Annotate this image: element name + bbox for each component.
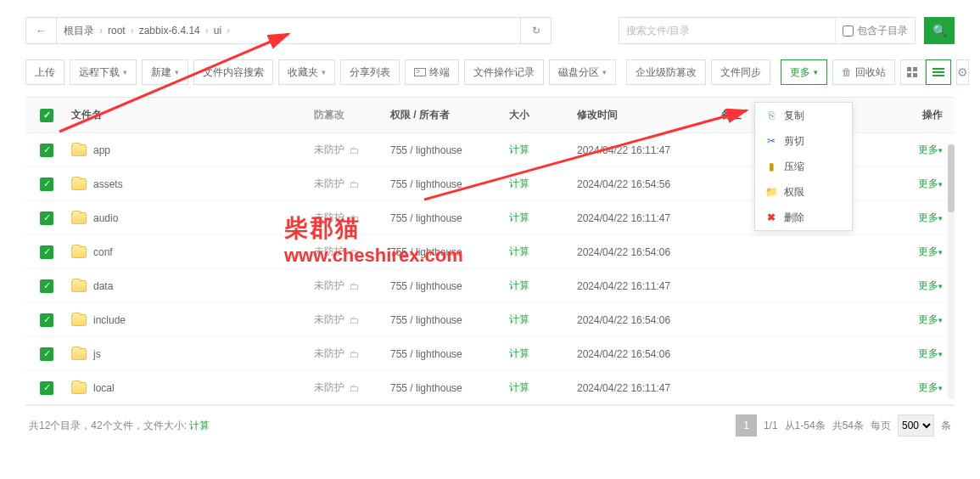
grid-view-button[interactable] xyxy=(900,59,926,85)
chevron-right-icon: › xyxy=(227,25,230,37)
list-view-button[interactable] xyxy=(926,59,951,85)
calc-size-link[interactable]: 计算 xyxy=(509,381,529,393)
row-more-button[interactable]: 更多▾ xyxy=(918,178,943,189)
bc-root[interactable]: 根目录 xyxy=(64,24,94,38)
calc-size-link[interactable]: 计算 xyxy=(509,211,529,223)
table-row[interactable]: ✓local未防护🗀755 / lighthouse计算2024/04/22 1… xyxy=(25,371,955,405)
op-log-button[interactable]: 文件操作记录 xyxy=(464,59,544,85)
calc-size-link[interactable]: 计算 xyxy=(509,178,529,189)
calc-size-link[interactable]: 计算 xyxy=(189,420,210,431)
row-checkbox[interactable]: ✓ xyxy=(40,178,53,191)
search-button[interactable]: 🔍 xyxy=(924,17,955,44)
row-more-button[interactable]: 更多▾ xyxy=(918,313,943,325)
remote-download-button[interactable]: 远程下载▾ xyxy=(70,59,137,85)
dd-delete[interactable]: ✖删除 xyxy=(755,205,852,230)
calc-size-link[interactable]: 计算 xyxy=(509,245,529,257)
col-name[interactable]: 文件名 xyxy=(68,108,314,122)
col-tamper[interactable]: 防篡改 xyxy=(314,108,390,122)
terminal-icon xyxy=(414,68,426,76)
per-page-select[interactable]: 500 xyxy=(898,414,934,437)
col-size[interactable]: 大小 xyxy=(509,108,577,122)
caret-down-icon: ▾ xyxy=(938,214,943,223)
share-list-button[interactable]: 分享列表 xyxy=(340,59,400,85)
open-folder-icon[interactable]: 🗀 xyxy=(350,212,360,224)
settings-button[interactable]: ⚙ xyxy=(956,59,969,85)
caret-down-icon: ▾ xyxy=(938,350,943,358)
row-checkbox[interactable]: ✓ xyxy=(40,347,53,361)
file-name[interactable]: data xyxy=(93,280,113,292)
open-folder-icon[interactable]: 🗀 xyxy=(350,348,360,360)
upload-button[interactable]: 上传 xyxy=(25,59,64,85)
select-all-checkbox[interactable]: ✓ xyxy=(40,109,53,122)
mtime: 2024/04/22 16:11:47 xyxy=(577,382,721,394)
mtime: 2024/04/22 16:11:47 xyxy=(577,144,721,156)
search-input[interactable] xyxy=(619,25,835,37)
file-name[interactable]: app xyxy=(93,144,110,156)
row-checkbox[interactable]: ✓ xyxy=(40,313,53,327)
table-row[interactable]: ✓include未防护🗀755 / lighthouse计算2024/04/22… xyxy=(25,303,955,337)
content-search-button[interactable]: 文件内容搜索 xyxy=(193,59,273,85)
file-name[interactable]: audio xyxy=(93,212,118,224)
table-row[interactable]: ✓js未防护🗀755 / lighthouse计算2024/04/22 16:5… xyxy=(25,337,955,371)
open-folder-icon[interactable]: 🗀 xyxy=(350,314,360,326)
bc-part[interactable]: root xyxy=(108,25,126,37)
file-name[interactable]: assets xyxy=(93,178,123,190)
calc-size-link[interactable]: 计算 xyxy=(509,347,529,359)
dd-cut[interactable]: ✂剪切 xyxy=(755,128,852,154)
dd-compress[interactable]: ▮压缩 xyxy=(755,154,852,179)
calc-size-link[interactable]: 计算 xyxy=(509,144,529,155)
col-perm[interactable]: 权限 / 所有者 xyxy=(390,108,509,122)
recycle-bin-button[interactable]: 🗑回收站 xyxy=(832,59,895,85)
breadcrumb-path[interactable]: 根目录 › root › zabbix-6.4.14 › ui › xyxy=(57,24,520,38)
caret-down-icon: ▾ xyxy=(938,248,943,256)
tamper-status: 未防护 xyxy=(314,313,344,327)
row-more-button[interactable]: 更多▾ xyxy=(918,381,943,393)
include-subdir-option[interactable]: 包含子目录 xyxy=(835,18,915,43)
dd-perm[interactable]: 📁权限 xyxy=(755,179,852,205)
open-folder-icon[interactable]: 🗀 xyxy=(350,178,360,190)
open-folder-icon[interactable]: 🗀 xyxy=(350,280,360,292)
table-row[interactable]: ✓data未防护🗀755 / lighthouse计算2024/04/22 16… xyxy=(25,269,955,303)
row-checkbox[interactable]: ✓ xyxy=(40,381,53,395)
open-folder-icon[interactable]: 🗀 xyxy=(350,144,360,156)
page-current[interactable]: 1 xyxy=(736,414,757,437)
more-button[interactable]: 更多▾ xyxy=(781,59,827,85)
caret-down-icon: ▾ xyxy=(938,146,943,155)
row-more-button[interactable]: 更多▾ xyxy=(918,279,943,291)
new-button[interactable]: 新建▾ xyxy=(142,59,188,85)
terminal-button[interactable]: 终端 xyxy=(405,59,459,85)
bc-part[interactable]: zabbix-6.4.14 xyxy=(139,25,200,37)
calc-size-link[interactable]: 计算 xyxy=(509,279,529,291)
file-name[interactable]: conf xyxy=(93,246,113,258)
table-row[interactable]: ✓conf未防护🗀755 / lighthouse计算2024/04/22 16… xyxy=(25,235,955,269)
enterprise-tamper-button[interactable]: 企业级防篡改 xyxy=(626,59,706,85)
refresh-button[interactable]: ↻ xyxy=(520,18,551,43)
col-mtime[interactable]: 修改时间 xyxy=(577,108,721,122)
row-checkbox[interactable]: ✓ xyxy=(40,211,53,225)
file-name[interactable]: local xyxy=(93,382,115,394)
disk-partition-button[interactable]: 磁盘分区▾ xyxy=(549,59,616,85)
open-folder-icon[interactable]: 🗀 xyxy=(350,246,360,258)
favorites-button[interactable]: 收藏夹▾ xyxy=(278,59,335,85)
file-sync-button[interactable]: 文件同步 xyxy=(711,59,770,85)
row-checkbox[interactable]: ✓ xyxy=(40,245,53,259)
scrollbar[interactable] xyxy=(948,144,955,399)
footer-summary: 共12个目录，42个文件，文件大小: 计算 xyxy=(29,419,210,433)
bc-part[interactable]: ui xyxy=(214,25,221,37)
breadcrumb: ← 根目录 › root › zabbix-6.4.14 › ui › ↻ xyxy=(25,17,552,44)
perm-owner: 755 / lighthouse xyxy=(390,212,509,224)
row-more-button[interactable]: 更多▾ xyxy=(918,144,943,155)
perm-owner: 755 / lighthouse xyxy=(390,382,509,394)
row-more-button[interactable]: 更多▾ xyxy=(918,211,943,223)
calc-size-link[interactable]: 计算 xyxy=(509,313,529,325)
include-subdir-checkbox[interactable] xyxy=(843,25,854,37)
open-folder-icon[interactable]: 🗀 xyxy=(350,382,360,394)
dd-copy[interactable]: ⎘复制 xyxy=(755,103,852,128)
file-name[interactable]: js xyxy=(93,348,101,360)
row-checkbox[interactable]: ✓ xyxy=(40,279,53,293)
back-button[interactable]: ← xyxy=(26,18,57,43)
row-checkbox[interactable]: ✓ xyxy=(40,144,53,157)
row-more-button[interactable]: 更多▾ xyxy=(918,245,943,257)
row-more-button[interactable]: 更多▾ xyxy=(918,347,943,359)
file-name[interactable]: include xyxy=(93,314,126,326)
